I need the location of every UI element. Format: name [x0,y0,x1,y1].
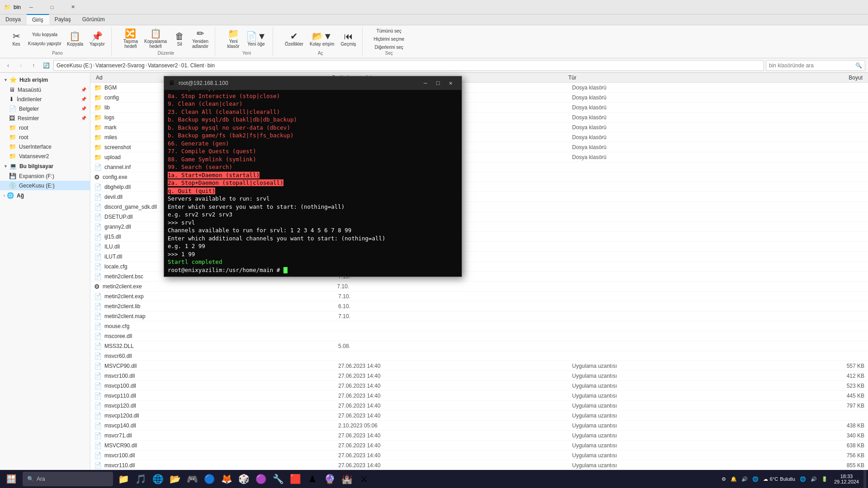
terminal-maximize-button[interactable]: □ [432,78,444,88]
file-row[interactable]: 📄 metin2client.lib 6.10. [90,301,868,311]
yolu-kopyala-button[interactable]: Yolu kopyala [26,30,63,38]
kisayolu-yapistir-button[interactable]: Kısayolu yapıştır [26,39,63,47]
file-row[interactable]: 📄 MSVCR90.dll 27.06.2023 14:40 Uygulama … [90,441,868,450]
ozellikler-button[interactable]: ✔ Özellikler [282,27,306,51]
taskbar-app-game1[interactable]: 🎮 [184,470,201,488]
col-header-type[interactable]: Tür [566,75,745,81]
taskbar-app-music[interactable]: 🎵 [132,470,149,488]
taskbar-app-edge[interactable]: 🌐 [149,470,166,488]
taskbar-app-dice[interactable]: 🎲 [235,470,252,488]
sil-button[interactable]: 🗑 Sil [170,27,189,51]
systray-volume[interactable]: 🔊 [809,470,819,488]
breadcrumb-vatansever2[interactable]: Vatansever2 [148,62,178,69]
sidebar-item-resimler[interactable]: 🖼 Resimler 📌 [0,113,90,123]
sidebar-section-ag[interactable]: › 🌐 Ağ [0,190,90,201]
hicbirini-secme-button[interactable]: Hiçbirini seçme [372,35,406,42]
file-row[interactable]: 📄 msvcr71.dll 27.06.2023 14:40 Uygulama … [90,431,868,441]
breadcrumb-bin[interactable]: bin [208,62,215,69]
kopyala-button[interactable]: 📋 Kopyala [64,27,86,51]
kolay-erisim-button[interactable]: 📂▼ Kolay erişim [307,27,337,51]
taskbar-app-explorer[interactable]: 📁 [115,470,132,488]
clock[interactable]: 18:33 29.12.2024 [830,470,863,488]
systray-icon4[interactable]: 🌐 [750,470,760,488]
tab-gorunum[interactable]: Görünüm [77,14,111,25]
tasima-button[interactable]: 🔀 Taşımahedefi [121,27,141,51]
tab-dosya[interactable]: Dosya [0,14,27,25]
sidebar-item-root2[interactable]: 📁 root [0,132,90,142]
sidebar-item-vatansever2[interactable]: 📁 Vatansever2 [0,151,90,161]
systray-icon3[interactable]: 🔊 [740,470,750,488]
refresh-button[interactable]: 🔄 [41,60,52,71]
sidebar-section-bu-bilgisayar[interactable]: ▼ 💻 Bu bilgisayar [0,161,90,171]
sidebar-section-quick-access[interactable]: ▼ ⭐ Hızlı erişim [0,75,90,85]
breadcrumb[interactable]: GeceKusu (E:) › Vatansever2-Svarog › Vat… [53,60,764,71]
file-row[interactable]: 📄 msvcr60.dll [90,351,868,361]
gecmis-button[interactable]: ⏮ Geçmiş [338,27,359,51]
maximize-button[interactable]: □ [42,0,62,14]
systray-icon1[interactable]: ⚙ [720,470,728,488]
taskbar-app-files[interactable]: 📂 [166,470,184,488]
file-row[interactable]: 📄 msvcp140.dll 2.10.2023 05:06 Uygulama … [90,421,868,431]
taskbar-app-purple[interactable]: 🟣 [252,470,269,488]
forward-button[interactable]: › [15,60,26,71]
sidebar-item-indirilenler[interactable]: ⬇ İndirilenler 📌 [0,94,90,104]
file-row[interactable]: 📄 msvcr110.dll 27.06.2023 14:40 Uygulama… [90,460,868,470]
sidebar-item-expansion[interactable]: 💾 Expansion (F:) [0,171,90,181]
taskbar-app-red[interactable]: 🟥 [287,470,304,488]
minimize-button[interactable]: ─ [21,0,42,14]
file-row[interactable]: 📄 metin2client.map 7.10. [90,311,868,321]
breadcrumb-gecekusu[interactable]: GeceKusu (E:) [57,62,92,69]
close-button[interactable]: ✕ [62,0,83,14]
search-taskbar-button[interactable]: 🔍 Ara [23,472,113,486]
file-row[interactable]: 📄 metin2client.exp 7.10. [90,291,868,301]
tumunu-sec-button[interactable]: Tümünü seç [372,27,406,34]
show-desktop-button[interactable] [863,470,866,488]
file-row[interactable]: 📄 msvcp120.dll 27.06.2023 14:40 Uygulama… [90,401,868,411]
up-button[interactable]: ↑ [28,60,39,71]
taskbar-app-blue[interactable]: 🔵 [201,470,218,488]
yapistir-button[interactable]: 📌 Yapıştır [87,27,108,51]
sidebar-item-belgeler[interactable]: 📄 Belgeler 📌 [0,104,90,113]
taskbar-app-castle[interactable]: 🏰 [338,470,355,488]
sidebar-item-root1[interactable]: 📁 root [0,123,90,132]
taskbar-app-crystal[interactable]: 🔮 [321,470,338,488]
breadcrumb-01client[interactable]: 01. Client [181,62,204,69]
taskbar-app-chess[interactable]: ♟ [304,470,321,488]
file-row[interactable]: 📄 msvcr100.dll 27.06.2023 14:40 Uygulama… [90,371,868,381]
tab-giris[interactable]: Giriş [27,14,49,25]
terminal-body[interactable]: srvl: Command not found.root@enixyazilim… [164,90,462,277]
sidebar-item-masaustu[interactable]: 🖥 Masaüstü 📌 [0,85,90,94]
taskbar-app-wrench[interactable]: 🔧 [269,470,287,488]
digerlerini-sec-button[interactable]: Diğerlerini seç [372,43,406,51]
taskbar-app-sword[interactable]: ⚔ [355,470,373,488]
start-button[interactable]: 🪟 [2,470,21,488]
systray-icon2[interactable]: 🔔 [729,470,739,488]
taskbar-app-firefox[interactable]: 🦊 [218,470,235,488]
sidebar-item-gecekusu[interactable]: 💿 GeceKusu (E:) [0,181,90,190]
systray-network[interactable]: 🌐 [798,470,808,488]
file-row[interactable]: 📄 mouse.cfg [90,321,868,331]
file-row[interactable]: 📄 mscoree.dll [90,331,868,341]
file-row[interactable]: 📄 msvcr100.dll 27.06.2023 14:40 Uygulama… [90,450,868,460]
systray-battery[interactable]: 🔋 [820,470,830,488]
file-row[interactable]: 📄 msvcp120d.dll 27.06.2023 14:40 Uygulam… [90,411,868,421]
yeni-oge-button[interactable]: 📄▼ Yeni öğe [243,27,269,51]
terminal-minimize-button[interactable]: ─ [419,78,432,88]
search-bar[interactable]: 🔍 [766,60,865,71]
yeniden-adlandir-button[interactable]: ✏ Yenidenadlandır [189,27,211,51]
col-header-size[interactable]: Boyut [745,75,864,81]
sidebar-item-userinterface[interactable]: 📁 UserInterface [0,142,90,151]
file-row[interactable]: 📄 msvcp110.dll 27.06.2023 14:40 Uygulama… [90,391,868,401]
kes-button[interactable]: ✂ Kes [7,27,25,51]
file-row[interactable]: 📄 msvcp100.dll 27.06.2023 14:40 Uygulama… [90,381,868,391]
systray-weather[interactable]: ☁ 6°C Bulutlu [761,470,797,488]
tab-paylas[interactable]: Paylaş [49,14,77,25]
file-row[interactable]: ⚙ metin2client.exe 7.10. [90,282,868,291]
file-row[interactable]: 📄 MSVCP90.dll 27.06.2023 14:40 Uygulama … [90,361,868,371]
breadcrumb-vatansever2svarog[interactable]: Vatansever2-Svarog [95,62,145,69]
back-button[interactable]: ‹ [3,60,14,71]
kopyalama-button[interactable]: 📋 Kopyalamahedefi [142,27,170,51]
file-row[interactable]: 📄 MSS32.DLL 5.08. [90,341,868,351]
search-input[interactable] [769,62,855,69]
yeni-klasor-button[interactable]: 📁 Yeniklasör [224,27,242,51]
